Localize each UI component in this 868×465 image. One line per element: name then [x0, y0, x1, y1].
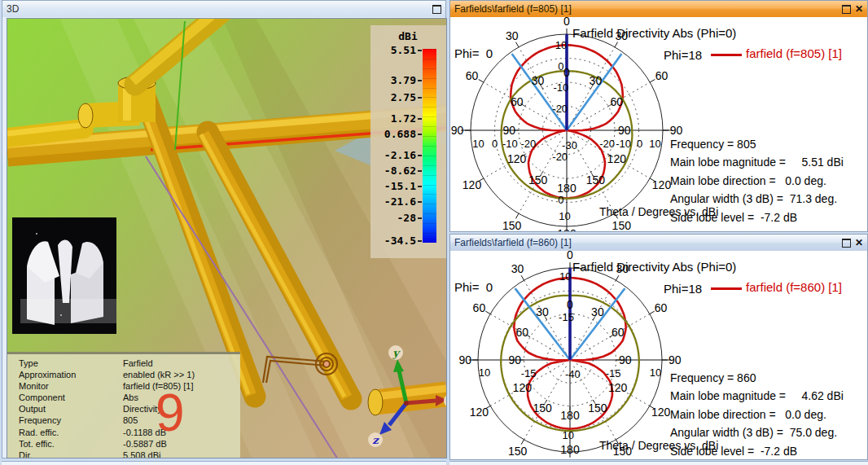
- dbi-scale-value: 1.72: [370, 112, 416, 125]
- chart-label: 150: [502, 219, 522, 232]
- dbi-scale-value: -21.6: [370, 195, 416, 208]
- 3d-title-bar[interactable]: 3D: [2, 1, 445, 17]
- 3d-view-window: 3D: [2, 0, 446, 458]
- chart-label: -10: [616, 138, 631, 150]
- polar-plot-805[interactable]: 0303060609090120120150150180030306060909…: [450, 17, 867, 231]
- 3d-viewport[interactable]: x y z dBi 5.513.792.751.720.688-2.16-8.6…: [7, 18, 447, 458]
- chart-label: 60: [473, 301, 486, 314]
- chart-label: 30: [536, 305, 549, 318]
- info-cell: Frequency: [7, 415, 123, 426]
- info-cell: enabled (kR >> 1): [123, 369, 195, 380]
- dbi-scale-value: -34.5: [370, 235, 416, 247]
- phi-left-label: Phi= 0: [454, 46, 493, 60]
- outer-tick: [479, 79, 484, 82]
- chart-label: 60: [466, 69, 479, 82]
- info-cell: Type: [7, 358, 123, 369]
- chart-label: -15: [521, 367, 537, 379]
- polar-plot-860[interactable]: 0303060609090120120150150180030306060909…: [450, 251, 867, 459]
- dbi-scale-tick: [418, 50, 422, 51]
- maximize-icon[interactable]: [842, 239, 851, 248]
- dbi-color-bar: [423, 49, 436, 243]
- chart-label: 30: [591, 305, 604, 318]
- chart-label: 120: [470, 406, 489, 419]
- chart-label: 10: [479, 366, 490, 379]
- chart-title: Farfield Directivity Abs (Phi=0): [572, 26, 736, 40]
- outer-tick: [615, 42, 618, 47]
- chart-label: 60: [655, 69, 669, 82]
- info-cell: Farfield: [123, 358, 153, 369]
- maximize-icon[interactable]: [432, 5, 441, 14]
- chart-label: 10: [559, 270, 571, 283]
- info-table-row: Rad. effic.-0.1188 dB: [7, 427, 240, 438]
- dbi-scale-tick: [418, 186, 422, 187]
- farfield-stats-805: Frequency = 805Main lobe magnitude = 5.5…: [670, 135, 844, 226]
- chart-label: 120: [507, 152, 527, 165]
- chart-title: Farfield Directivity Abs (Phi=0): [572, 260, 736, 274]
- stat-line: Side lobe level = -7.2 dB: [670, 208, 844, 226]
- dbi-scale-tick: [418, 170, 422, 172]
- chart-label: 10: [649, 138, 660, 150]
- dbi-scale-value: 5.51: [370, 44, 416, 56]
- chart-label: 180: [557, 227, 576, 231]
- chart-label: 10: [472, 138, 484, 150]
- info-cell: Monitor: [7, 380, 123, 392]
- chart-label: 90: [502, 124, 515, 137]
- legend-line-swatch: [711, 54, 742, 56]
- info-cell: Tot. effic.: [7, 438, 123, 450]
- farfield-stats-860: Frequency = 860Main lobe magnitude = 4.6…: [670, 369, 844, 459]
- farfield-info-table: TypeFarfieldApproximationenabled (kR >> …: [7, 352, 240, 458]
- chart-label: 150: [612, 219, 632, 232]
- dbi-scale-value: 0.688: [370, 128, 416, 140]
- chart-label: 0: [567, 298, 573, 311]
- outer-tick: [616, 275, 619, 280]
- phi-left-label: Phi= 0: [454, 280, 493, 294]
- chart-label: 10: [555, 39, 567, 51]
- outer-tick: [515, 213, 519, 218]
- info-table-row: Approximationenabled (kR >> 1): [7, 369, 240, 380]
- close-icon[interactable]: ✕: [855, 5, 863, 13]
- dbi-scale-value: -28: [370, 212, 416, 224]
- chart-label: 10: [650, 366, 661, 379]
- legend-line-swatch: [711, 287, 742, 290]
- chart-label: 0: [637, 138, 642, 150]
- chart-label: 0: [563, 66, 570, 79]
- stat-line: Main lobe magnitude = 5.51 dBi: [670, 153, 844, 171]
- stat-line: Main lobe magnitude = 4.62 dBi: [670, 387, 844, 405]
- chart-label: 90: [669, 353, 682, 366]
- chart-label: -30: [562, 139, 577, 151]
- maximize-icon[interactable]: [842, 5, 851, 14]
- chart-label: 180: [560, 409, 580, 422]
- chart-label: 0: [492, 138, 498, 150]
- info-cell: Approximation: [7, 369, 123, 380]
- chart-label: 0: [558, 194, 563, 206]
- chart-label: 150: [588, 401, 607, 415]
- chart-label: 150: [508, 445, 528, 458]
- watermark-digit: 9: [156, 387, 185, 439]
- chart-label: 180: [557, 182, 576, 195]
- farfield-860-title-bar[interactable]: Farfields\farfield (f=860) [1] ✕: [450, 235, 867, 251]
- info-cell: Abs: [123, 392, 138, 403]
- close-icon[interactable]: ✕: [855, 239, 863, 247]
- dbi-scale-tick: [418, 201, 422, 203]
- chart-label: -40: [565, 368, 581, 380]
- stat-line: Main lobe direction = 0.0 deg.: [670, 406, 844, 423]
- farfield-860-window: Farfields\farfield (f=860) [1] ✕ 0303060…: [449, 234, 868, 460]
- 3d-title: 3D: [7, 3, 19, 15]
- window-title: Farfields\farfield (f=805) [1]: [454, 3, 572, 15]
- application-window: { "colors": { "legend-red": "#cc0000", "…: [0, 0, 868, 465]
- chart-label: 0: [563, 17, 570, 28]
- dbi-scale-tick: [418, 80, 422, 81]
- info-table-row: Frequency805: [7, 415, 240, 426]
- chart-label: -20: [552, 151, 568, 163]
- farfield-805-title-bar[interactable]: Farfields\farfield (f=805) [1] ✕: [450, 1, 867, 17]
- stat-line: Main lobe direction = 0.0 deg.: [670, 172, 844, 190]
- dbi-scale-value: -2.16: [370, 149, 416, 161]
- chart-label: -20: [599, 138, 615, 150]
- chart-label: -20: [520, 138, 536, 150]
- dbi-scale-value: 3.79: [370, 74, 416, 86]
- chart-label: 0: [558, 60, 563, 72]
- stat-line: Frequency = 805: [670, 135, 844, 153]
- next-window-edge: [449, 461, 868, 465]
- outer-tick: [515, 42, 519, 47]
- dbi-scale-tick: [418, 118, 422, 120]
